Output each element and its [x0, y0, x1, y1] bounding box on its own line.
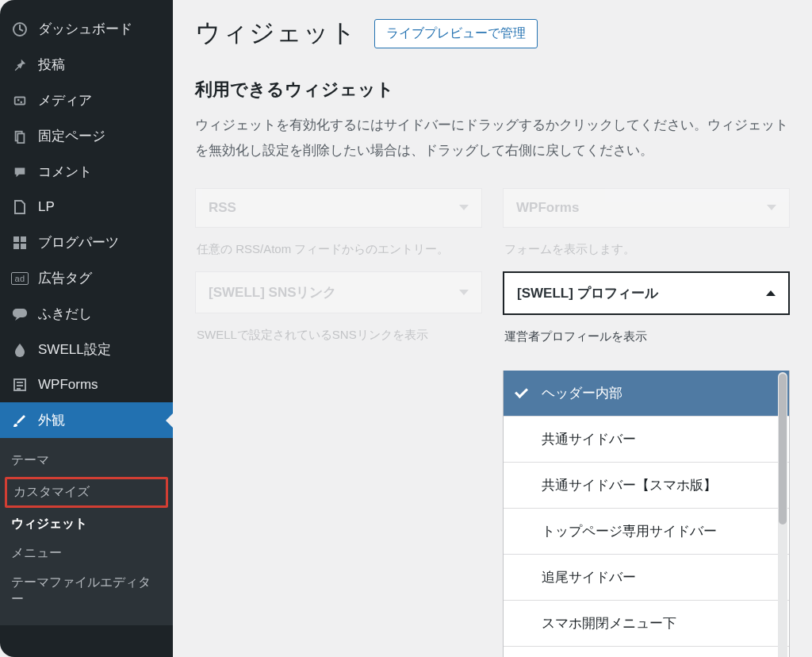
- area-option-sp-menu-bottom[interactable]: スマホ開閉メニュー下: [504, 601, 789, 647]
- svg-rect-12: [17, 382, 23, 383]
- widget-title: WPForms: [516, 200, 579, 216]
- sidebar-item-swell[interactable]: SWELL設定: [0, 332, 173, 367]
- svg-rect-6: [13, 236, 19, 242]
- sidebar-item-wpforms[interactable]: WPForms: [0, 367, 173, 402]
- area-option-common-sidebar-sp[interactable]: 共通サイドバー【スマホ版】: [504, 463, 789, 509]
- sidebar-label: メディア: [38, 91, 92, 110]
- widget-wpforms[interactable]: WPForms: [503, 188, 790, 228]
- sidebar-label: WPForms: [38, 377, 98, 393]
- area-option-top-sidebar[interactable]: トップページ専用サイドバー: [504, 509, 789, 555]
- comment-icon: [11, 163, 29, 181]
- area-option-top-page-upper[interactable]: トップページ上部: [504, 647, 789, 657]
- svg-rect-10: [13, 309, 27, 317]
- widget-profile-desc: 運営者プロフィールを表示: [503, 325, 790, 350]
- area-option-header-inside[interactable]: ヘッダー内部: [504, 371, 789, 417]
- svg-point-2: [17, 98, 20, 101]
- sidebar-label: 投稿: [38, 56, 65, 74]
- sidebar-item-blogparts[interactable]: ブログパーツ: [0, 225, 173, 260]
- available-widgets-description: ウィジェットを有効化するにはサイドバーにドラッグするかクリックしてください。ウィ…: [195, 113, 790, 164]
- area-option-sticky-sidebar[interactable]: 追尾サイドバー: [504, 555, 789, 601]
- widgets-grid: RSS 任意の RSS/Atom フィードからのエントリー。 [SWELL] S…: [195, 188, 790, 657]
- svg-rect-7: [21, 236, 26, 242]
- page-title: ウィジェット: [195, 16, 357, 51]
- sidebar-item-lp[interactable]: LP: [0, 190, 173, 225]
- sidebar-label: ダッシュボード: [38, 20, 132, 38]
- svg-rect-5: [17, 133, 24, 143]
- form-icon: [11, 376, 29, 394]
- sidebar-item-pages[interactable]: 固定ページ: [0, 118, 173, 154]
- widget-rss[interactable]: RSS: [195, 188, 482, 228]
- sidebar-item-adtag[interactable]: ad 広告タグ: [0, 260, 173, 296]
- svg-rect-8: [13, 244, 19, 249]
- sidebar-item-media[interactable]: メディア: [0, 83, 173, 118]
- sidebar-label: コメント: [38, 163, 92, 181]
- sidebar-item-comments[interactable]: コメント: [0, 154, 173, 190]
- media-icon: [11, 92, 29, 110]
- svg-point-3: [20, 101, 22, 103]
- sidebar-label: 固定ページ: [38, 127, 105, 145]
- chevron-down-icon: [767, 205, 776, 210]
- widget-snslink-desc: SWELLで設定されているSNSリンクを表示: [195, 323, 482, 348]
- widget-rss-desc: 任意の RSS/Atom フィードからのエントリー。: [195, 237, 482, 263]
- svg-rect-9: [21, 244, 26, 249]
- page-header: ウィジェット ライブプレビューで管理: [195, 16, 790, 51]
- sidebar-label: ふきだし: [38, 305, 92, 323]
- widget-title: [SWELL] プロフィール: [517, 284, 658, 302]
- widget-profile[interactable]: [SWELL] プロフィール: [503, 271, 790, 315]
- live-preview-button[interactable]: ライブプレビューで管理: [374, 19, 538, 48]
- svg-rect-14: [17, 388, 21, 390]
- pin-icon: [11, 56, 29, 74]
- sidebar-label: SWELL設定: [38, 340, 111, 359]
- svg-rect-1: [15, 97, 25, 104]
- chevron-down-icon: [459, 290, 469, 295]
- widget-snslink[interactable]: [SWELL] SNSリンク: [195, 271, 482, 313]
- subitem-theme-editor[interactable]: テーマファイルエディター: [0, 568, 173, 614]
- main-content: ウィジェット ライブプレビューで管理 利用できるウィジェット ウィジェットを有効…: [173, 0, 812, 657]
- area-option-common-sidebar[interactable]: 共通サイドバー: [504, 417, 789, 463]
- widget-title: [SWELL] SNSリンク: [209, 283, 337, 302]
- widget-title: RSS: [209, 200, 236, 216]
- widget-wpforms-desc: フォームを表示します。: [503, 237, 790, 263]
- scrollbar-thumb[interactable]: [779, 374, 787, 524]
- grid-icon: [11, 234, 29, 252]
- page-icon: [11, 128, 29, 145]
- sidebar-item-fukidashi[interactable]: ふきだし: [0, 296, 173, 332]
- subitem-widgets[interactable]: ウィジェット: [0, 509, 173, 539]
- sidebar-label: 広告タグ: [38, 269, 92, 287]
- sidebar-item-posts[interactable]: 投稿: [0, 47, 173, 83]
- svg-rect-13: [17, 385, 23, 386]
- subitem-themes[interactable]: テーマ: [0, 446, 173, 475]
- chevron-down-icon: [459, 205, 469, 210]
- sidebar-label: LP: [38, 199, 55, 215]
- sidebar-label: 外観: [38, 411, 65, 429]
- subitem-customize[interactable]: カスタマイズ: [5, 477, 168, 508]
- chevron-up-icon: [766, 290, 776, 296]
- widget-area-list: ヘッダー内部 共通サイドバー 共通サイドバー【スマホ版】 トップページ専用サイド…: [503, 371, 790, 657]
- ad-icon: ad: [11, 270, 29, 287]
- sidebar-item-appearance[interactable]: 外観: [0, 402, 173, 438]
- dashboard-icon: [11, 21, 29, 38]
- sidebar-item-dashboard[interactable]: ダッシュボード: [0, 11, 173, 47]
- sidebar-submenu-appearance: テーマ カスタマイズ ウィジェット メニュー テーマファイルエディター: [0, 438, 173, 625]
- admin-sidebar: ダッシュボード 投稿 メディア 固定ページ コメント: [0, 0, 173, 657]
- chat-icon: [11, 305, 29, 323]
- doc-icon: [11, 198, 29, 216]
- sidebar-label: ブログパーツ: [38, 233, 119, 252]
- scrollbar[interactable]: [778, 372, 787, 657]
- available-widgets-title: 利用できるウィジェット: [195, 78, 790, 102]
- drop-icon: [11, 341, 29, 359]
- subitem-menus[interactable]: メニュー: [0, 539, 173, 568]
- brush-icon: [11, 412, 29, 429]
